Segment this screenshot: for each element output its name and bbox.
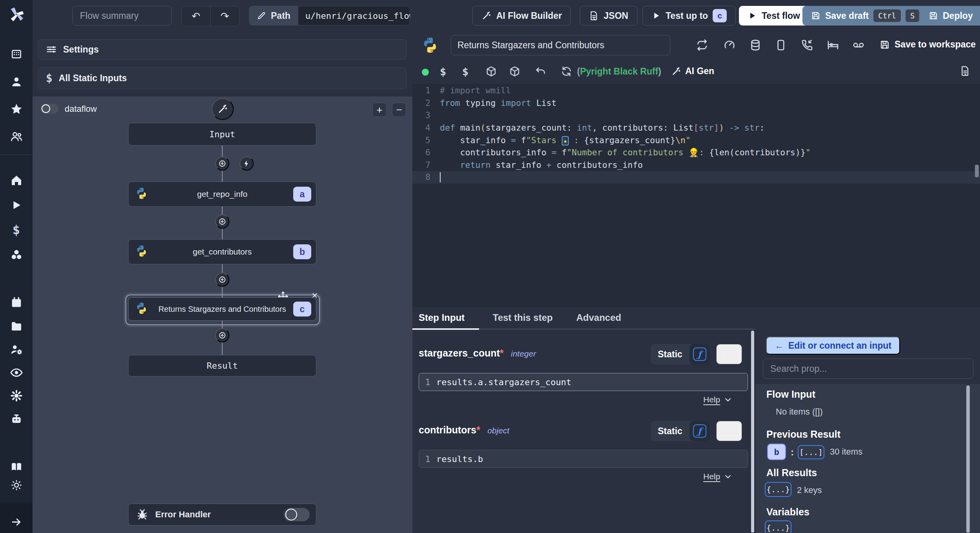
flow-settings-button[interactable]: Settings (38, 39, 407, 60)
members-icon[interactable] (10, 130, 23, 143)
home-icon[interactable] (10, 174, 23, 187)
favorites-star-icon[interactable] (10, 103, 23, 115)
expand-sidebar-arrow-icon[interactable] (11, 516, 22, 528)
all-results-collapsed-object[interactable]: {...} (765, 482, 791, 497)
code-line[interactable]: 2from typing import List (412, 97, 980, 109)
add-resource-dollar-icon[interactable]: $ (462, 65, 468, 78)
previous-result-collapsed-array[interactable]: [...] (798, 445, 824, 459)
edit-or-connect-button[interactable]: ← Edit or connect an input (766, 337, 900, 355)
ai-robot-icon[interactable] (10, 413, 23, 426)
save-to-workspace-button[interactable]: Save to workspace (880, 39, 976, 50)
ai-flow-builder-button[interactable]: AI Flow Builder (472, 6, 571, 25)
theme-sun-icon[interactable] (11, 479, 22, 491)
voicemail-icon[interactable] (852, 39, 865, 51)
help-link[interactable]: Help (703, 395, 732, 404)
editor-scrollbar[interactable] (975, 165, 979, 177)
ai-wand-button[interactable] (212, 98, 234, 120)
flow-node-error-handler[interactable]: Error Handler (128, 504, 316, 526)
step-title-input[interactable] (451, 35, 670, 55)
workspace-icon[interactable] (10, 48, 23, 60)
input-mode-toggle[interactable]: Static ƒ (651, 344, 710, 364)
code-line[interactable]: 5 star_info = f"Stars ★ : {stargazers_co… (412, 134, 980, 146)
test-flow-button[interactable]: Test flow (739, 6, 809, 25)
settings-gear-icon[interactable] (10, 389, 23, 402)
insert-step-button[interactable] (215, 215, 229, 229)
variables-dollar-icon[interactable]: $ (13, 222, 20, 237)
middle-scrollbar[interactable] (751, 331, 754, 533)
package-icon[interactable] (509, 65, 521, 77)
deploy-button[interactable]: Deploy (920, 6, 980, 25)
connect-panel-scrollbar[interactable] (966, 386, 970, 533)
all-static-inputs-button[interactable]: $ All Static Inputs (38, 67, 407, 89)
windmill-logo-icon[interactable] (8, 6, 25, 22)
expr-input-contributors[interactable]: 1 results.b (419, 450, 748, 468)
groups-usercog-icon[interactable] (10, 343, 23, 356)
redo-button[interactable]: ↷ (211, 6, 239, 26)
insert-step-button[interactable] (215, 328, 229, 342)
repeat-icon[interactable] (696, 39, 708, 51)
code-line[interactable]: 7 return star_info + contributors_info (412, 159, 980, 171)
code-line[interactable]: 4def main(stargazers_count: int, contrib… (412, 122, 980, 134)
status-green-dot (422, 69, 429, 76)
trigger-bolt-button[interactable] (240, 156, 254, 171)
bolt-icon (243, 159, 250, 168)
rectangle-icon[interactable] (775, 39, 787, 51)
connect-input-plug-button[interactable]: → (716, 344, 742, 364)
code-area[interactable]: 1# import wmill2from typing import List3… (412, 84, 980, 306)
folders-icon[interactable] (10, 320, 23, 333)
flow-node-step-b[interactable]: get_contributors b (128, 239, 316, 264)
json-button[interactable]: JSON (580, 6, 637, 25)
undo-icon[interactable] (535, 65, 546, 77)
path-chip[interactable]: Path u/henri/gracious_flow (249, 6, 410, 25)
path-value[interactable]: u/henri/gracious_flow (298, 6, 410, 25)
dataflow-toggle[interactable] (40, 104, 58, 114)
bed-icon[interactable] (827, 39, 839, 51)
javascript-expr-option[interactable]: ƒ (690, 344, 710, 364)
help-link[interactable]: Help (703, 472, 732, 481)
database-icon[interactable] (749, 39, 762, 51)
pencil-icon (257, 11, 266, 20)
save-draft-button[interactable]: Save draft Ctrl S (802, 6, 928, 25)
test-up-to-button[interactable]: Test up to c (642, 6, 736, 25)
connect-input-plug-button[interactable]: → (716, 421, 742, 441)
zoom-in-button[interactable]: + (372, 103, 387, 117)
flow-node-step-c-selected[interactable]: Returns Stargazers and Contributors c (128, 297, 316, 321)
code-line[interactable]: 6 contributors_info = f"Number of contri… (412, 146, 980, 159)
tab-test-this-step[interactable]: Test this step (493, 312, 553, 323)
error-handler-toggle[interactable] (284, 508, 310, 521)
insert-step-button[interactable] (215, 273, 229, 287)
package-icon[interactable] (485, 65, 497, 77)
dollar-icon: $ (46, 72, 53, 85)
insert-step-button[interactable] (215, 156, 229, 171)
flow-node-result[interactable]: Result (128, 355, 316, 377)
javascript-expr-option[interactable]: ƒ (690, 421, 710, 441)
flow-node-step-a[interactable]: get_repo_info a (128, 182, 316, 207)
user-icon[interactable] (10, 75, 23, 88)
code-line[interactable]: 8 (412, 171, 980, 184)
undo-button[interactable]: ↶ (182, 6, 211, 26)
variables-collapsed-object[interactable]: {...} (765, 520, 791, 533)
tab-step-input[interactable]: Step Input (419, 312, 465, 323)
search-prop-input[interactable] (763, 358, 973, 379)
flow-panel-header: Settings $ All Static Inputs (33, 31, 412, 96)
schedules-calendar-icon[interactable] (10, 297, 23, 309)
flow-summary-input[interactable] (73, 6, 172, 25)
reload-icon[interactable] (561, 65, 572, 77)
library-book-icon[interactable] (960, 65, 971, 76)
docs-book-icon[interactable] (10, 460, 23, 473)
zoom-out-button[interactable]: − (392, 103, 406, 117)
previous-result-step-badge[interactable]: b (767, 444, 786, 460)
gauge-icon[interactable] (723, 39, 736, 51)
phone-incoming-icon[interactable] (801, 39, 813, 51)
expr-input-stargazers-count[interactable]: 1 results.a.stargazers_count (419, 373, 748, 391)
flow-node-input[interactable]: Input (128, 123, 316, 146)
tab-advanced[interactable]: Advanced (576, 312, 621, 323)
input-mode-toggle[interactable]: Static ƒ (651, 421, 710, 441)
audit-eye-icon[interactable] (10, 366, 23, 379)
code-line[interactable]: 1# import wmill (412, 84, 980, 97)
add-variable-dollar-icon[interactable]: $ (440, 65, 446, 78)
runs-play-icon[interactable] (11, 199, 22, 211)
resources-cubes-icon[interactable] (10, 248, 23, 261)
ai-gen-button[interactable]: AI Gen (671, 66, 714, 76)
code-line[interactable]: 3 (412, 109, 980, 122)
